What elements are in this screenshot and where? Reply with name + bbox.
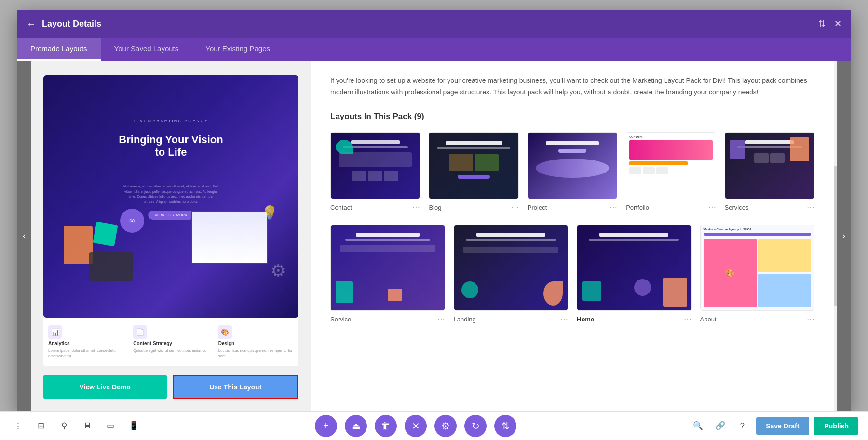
layout-menu-services[interactable]: ⋯: [807, 203, 814, 212]
illustration-person: [64, 226, 93, 264]
thumb-block: [340, 245, 435, 252]
tab-saved-layouts[interactable]: Your Saved Layouts: [101, 38, 192, 61]
layouts-grid: Contact ⋯: [330, 132, 814, 213]
layout-menu-contact[interactable]: ⋯: [412, 203, 420, 212]
thumb-btn: [458, 175, 490, 179]
right-panel-handle[interactable]: ›: [837, 61, 851, 411]
layout-menu-landing[interactable]: ⋯: [560, 315, 568, 324]
layout-thumb-home[interactable]: [577, 225, 692, 310]
layout-footer-landing: Landing ⋯: [454, 314, 569, 325]
layout-footer-blog: Blog ⋯: [429, 202, 518, 213]
layout-thumb-service[interactable]: [330, 225, 445, 310]
preview-headline: Bringing Your Vision to Life: [119, 133, 223, 159]
delete-button[interactable]: 🗑: [375, 415, 397, 437]
publish-button[interactable]: Publish: [814, 417, 858, 435]
layout-menu-project[interactable]: ⋯: [610, 203, 617, 212]
content-strategy-text: Quisque eget wisi ut sem volutpat euismo…: [133, 348, 207, 353]
feature-content-strategy: 📄 Content Strategy Quisque eget wisi ut …: [133, 325, 208, 359]
menu-icon[interactable]: ⋮: [10, 418, 26, 434]
save-draft-button[interactable]: Save Draft: [756, 417, 809, 435]
illustration-laptop: [89, 252, 133, 281]
content-strategy-title: Content Strategy: [133, 341, 172, 346]
thumb-sub: [589, 239, 679, 241]
layout-menu-home[interactable]: ⋯: [684, 315, 692, 324]
thumb-btn: [558, 149, 587, 153]
layout-button[interactable]: ⇅: [494, 415, 516, 437]
layout-menu-portfolio[interactable]: ⋯: [708, 203, 716, 212]
tab-premade-layouts[interactable]: Premade Layouts: [17, 38, 101, 61]
mobile-icon[interactable]: 📱: [125, 418, 142, 434]
layout-thumb-blog[interactable]: [429, 132, 518, 200]
portfolio-orange: [629, 161, 688, 165]
layout-card-blog: Blog ⋯: [429, 132, 518, 213]
settings-button[interactable]: ⚙: [434, 415, 457, 437]
modal-body: ‹ DIVI MARKETING AGENCY Bringing Your Vi…: [17, 61, 851, 411]
close-icon[interactable]: ✕: [834, 18, 841, 29]
analytics-title: Analytics: [48, 341, 69, 346]
toolbar-right: 🔍 🔗 ? Save Draft Publish: [690, 417, 858, 435]
layout-menu-blog[interactable]: ⋯: [511, 203, 519, 212]
view-live-demo-button[interactable]: View Live Demo: [43, 375, 167, 399]
back-button[interactable]: ←: [27, 18, 36, 29]
layout-card-contact: Contact ⋯: [330, 132, 420, 213]
layout-thumb-about[interactable]: We Are a Creative Agency In SF.CA 🎨: [700, 225, 815, 310]
layout-name-service: Service: [330, 316, 351, 323]
illustration-teal-shape: [93, 221, 118, 246]
modal-tabs: Premade Layouts Your Saved Layouts Your …: [17, 38, 851, 61]
layout-thumb-contact[interactable]: [330, 132, 420, 200]
layout-thumb-services[interactable]: [725, 132, 814, 200]
layout-card-project: Project ⋯: [528, 132, 617, 213]
desktop-icon[interactable]: 🖥: [79, 418, 95, 434]
thumb-sub: [466, 239, 556, 241]
layout-card-landing: Landing ⋯: [454, 225, 569, 324]
lightbulb-icon: 💡: [261, 205, 278, 221]
portfolio-pink: [629, 140, 712, 160]
analytics-icon: 📊: [48, 325, 62, 339]
thumb-bar: [745, 140, 794, 144]
tablet-icon[interactable]: ▭: [102, 418, 119, 434]
illustration-circle: ∞: [120, 209, 144, 233]
preview-panel: DIVI MARKETING AGENCY Bringing Your Visi…: [31, 61, 311, 411]
layout-modal: ← Layout Details ⇅ ✕ Premade Layouts You…: [17, 10, 851, 411]
layouts-heading: Layouts In This Pack (9): [330, 112, 814, 121]
analytics-text: Lorem ipsum dolor sit amet, consectetur …: [48, 348, 123, 359]
modal-header: ← Layout Details ⇅ ✕: [17, 10, 851, 38]
layout-name-home: Home: [577, 316, 594, 323]
layout-footer-project: Project ⋯: [528, 202, 617, 213]
use-this-layout-button[interactable]: Use This Layout: [173, 375, 299, 399]
preview-agency-label: DIVI MARKETING AGENCY: [134, 119, 209, 123]
help-icon[interactable]: ?: [734, 418, 750, 434]
toolbar-left: ⋮ ⊞ ⚲ 🖥 ▭ 📱: [10, 418, 142, 434]
design-text: Luctus risus non quisque non semper tort…: [218, 348, 294, 359]
sort-icon[interactable]: ⇅: [818, 18, 826, 29]
left-panel-handle[interactable]: ‹: [17, 61, 31, 411]
link-icon[interactable]: 🔗: [712, 418, 728, 434]
layout-thumb-landing[interactable]: [454, 225, 569, 310]
zoom-icon[interactable]: 🔍: [690, 418, 706, 434]
thumb-sub: [343, 146, 408, 148]
layouts-grid-row2: Service ⋯: [330, 225, 814, 324]
history-button[interactable]: ↻: [464, 415, 487, 437]
layout-footer-contact: Contact ⋯: [330, 202, 420, 213]
close-button[interactable]: ✕: [405, 415, 427, 437]
layout-thumb-project[interactable]: [528, 132, 617, 200]
layout-description: If you're looking to set up a website fo…: [330, 75, 814, 98]
layout-card-services: Services ⋯: [725, 132, 814, 213]
grid-icon[interactable]: ⊞: [33, 418, 49, 434]
feature-design: 🎨 Design Luctus risus non quisque non se…: [218, 325, 294, 359]
search-icon[interactable]: ⚲: [56, 418, 72, 434]
portfolio-inner: Our Work: [626, 133, 715, 199]
layout-menu-about[interactable]: ⋯: [807, 315, 814, 324]
add-button[interactable]: +: [315, 415, 337, 437]
layout-thumb-portfolio[interactable]: Our Work: [626, 132, 716, 200]
power-button[interactable]: ⏏: [345, 415, 367, 437]
preview-cta-button[interactable]: VIEW OUR WORK: [148, 211, 194, 220]
layout-card-portfolio: Our Work Portfolio ⋯: [626, 132, 716, 213]
screen-inner: [192, 212, 267, 263]
layout-card-home: Home ⋯: [577, 225, 692, 324]
layout-name-about: About: [700, 316, 717, 323]
tab-existing-pages[interactable]: Your Existing Pages: [192, 38, 284, 61]
thumb-bar: [356, 233, 420, 237]
layout-menu-service[interactable]: ⋯: [437, 315, 445, 324]
illustration-screen: [191, 211, 268, 264]
